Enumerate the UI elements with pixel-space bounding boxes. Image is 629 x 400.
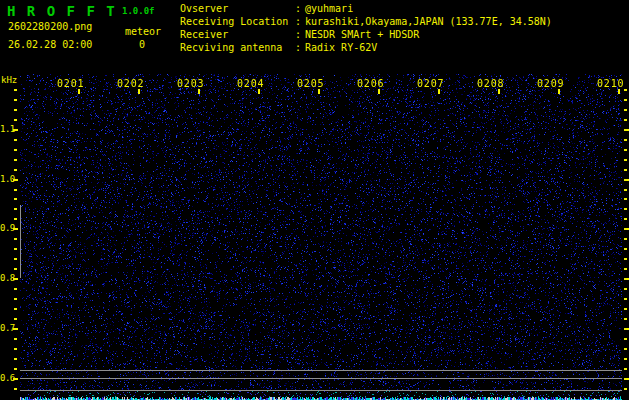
minute-tick [138, 89, 140, 94]
freq-tick-right [624, 368, 627, 370]
freq-tick-right [624, 388, 627, 390]
freq-tick-right [624, 288, 627, 290]
freq-tick-right [624, 89, 627, 91]
freq-tick-label: 1.1 [0, 124, 14, 134]
minute-tick [378, 89, 380, 94]
freq-tick [14, 99, 17, 101]
freq-tick-right [624, 198, 627, 200]
time-tick-label: 0209 [537, 78, 564, 89]
freq-tick-right [624, 328, 629, 330]
freq-tick-right [624, 338, 627, 340]
info-value: @yuhmari [305, 3, 353, 14]
freq-tick [14, 348, 17, 350]
freq-tick-label: 0.6 [0, 373, 14, 383]
freq-tick [14, 198, 17, 200]
freq-tick [14, 298, 17, 300]
time-tick-label: 0202 [117, 78, 144, 89]
time-tick-label: 0207 [417, 78, 444, 89]
freq-tick [14, 238, 17, 240]
time-tick-label: 0204 [237, 78, 264, 89]
freq-tick-right [624, 318, 627, 320]
freq-tick-right [624, 238, 627, 240]
freq-tick-right [624, 378, 629, 380]
freq-tick-right [624, 278, 629, 280]
freq-tick-label: 0.8 [0, 273, 14, 283]
minute-tick [558, 89, 560, 94]
freq-tick [14, 119, 17, 121]
minute-tick [198, 89, 200, 94]
freq-tick [14, 218, 17, 220]
info-row: Receiving Location:kurashiki,Okayama,JAP… [180, 15, 552, 28]
freq-axis-unit-label: kHz [1, 75, 17, 85]
time-tick-label: 0201 [57, 78, 84, 89]
freq-tick-right [624, 258, 627, 260]
freq-tick [14, 159, 17, 161]
freq-tick [14, 268, 17, 270]
freq-tick [14, 358, 17, 360]
freq-tick-right [624, 119, 627, 121]
meteor-count-label: meteor [125, 26, 161, 37]
info-value: NESDR SMArt + HDSDR [305, 29, 419, 40]
freq-tick-right [624, 228, 629, 230]
freq-tick-right [624, 308, 627, 310]
freq-tick [14, 288, 17, 290]
freq-tick-right [624, 109, 627, 111]
app-title: H R O F F T [7, 3, 116, 19]
freq-tick-right [624, 159, 627, 161]
freq-tick [14, 189, 17, 191]
freq-tick [14, 139, 17, 141]
freq-tick [14, 109, 17, 111]
freq-tick-right [624, 348, 627, 350]
freq-tick [14, 318, 17, 320]
freq-tick-right [624, 169, 627, 171]
freq-tick [14, 169, 17, 171]
time-tick-label: 0210 [597, 78, 624, 89]
freq-tick [14, 388, 17, 390]
freq-tick-label: 0.7 [0, 323, 14, 333]
meteor-count-value: 0 [139, 39, 145, 50]
observer-info-block: Ovserver:@yuhmariReceiving Location:kura… [180, 2, 552, 54]
freq-tick [14, 248, 17, 250]
info-label: Ovserver [180, 2, 295, 15]
info-label: Receiving Location [180, 15, 295, 28]
freq-tick-label: 1.0 [0, 174, 14, 184]
minute-tick [618, 89, 620, 94]
freq-tick [14, 338, 17, 340]
freq-tick [14, 208, 17, 210]
minute-tick [78, 89, 80, 94]
info-value: kurashiki,Okayama,JAPAN (133.77E, 34.58N… [305, 16, 552, 27]
info-row: Ovserver:@yuhmari [180, 2, 552, 15]
info-colon: : [295, 15, 305, 28]
info-row: Recviving antenna:Radix RY-62V [180, 41, 552, 54]
freq-tick [14, 89, 17, 91]
hrofft-spectrogram-screen: H R O F F T 1.0.0f 2602280200.png meteor… [0, 0, 629, 400]
observation-datetime: 26.02.28 02:00 [8, 39, 92, 50]
freq-tick-right [624, 99, 627, 101]
minute-tick [498, 89, 500, 94]
info-colon: : [295, 41, 305, 54]
freq-tick [14, 258, 17, 260]
info-colon: : [295, 2, 305, 15]
freq-tick-right [624, 358, 627, 360]
freq-tick [14, 368, 17, 370]
time-tick-label: 0208 [477, 78, 504, 89]
output-filename: 2602280200.png [8, 21, 92, 32]
minute-tick [318, 89, 320, 94]
freq-tick-right [624, 179, 629, 181]
minute-tick [258, 89, 260, 94]
freq-tick-right [624, 139, 627, 141]
info-colon: : [295, 28, 305, 41]
freq-tick-right [624, 268, 627, 270]
freq-tick-right [624, 208, 627, 210]
time-tick-label: 0206 [357, 78, 384, 89]
freq-tick-right [624, 298, 627, 300]
app-version: 1.0.0f [122, 6, 155, 16]
info-value: Radix RY-62V [305, 42, 377, 53]
freq-tick [14, 149, 17, 151]
time-tick-label: 0205 [297, 78, 324, 89]
freq-tick-right [624, 149, 627, 151]
freq-tick-right [624, 189, 627, 191]
spectrogram-noise-canvas [20, 74, 622, 400]
info-row: Receiver:NESDR SMArt + HDSDR [180, 28, 552, 41]
info-label: Recviving antenna [180, 41, 295, 54]
